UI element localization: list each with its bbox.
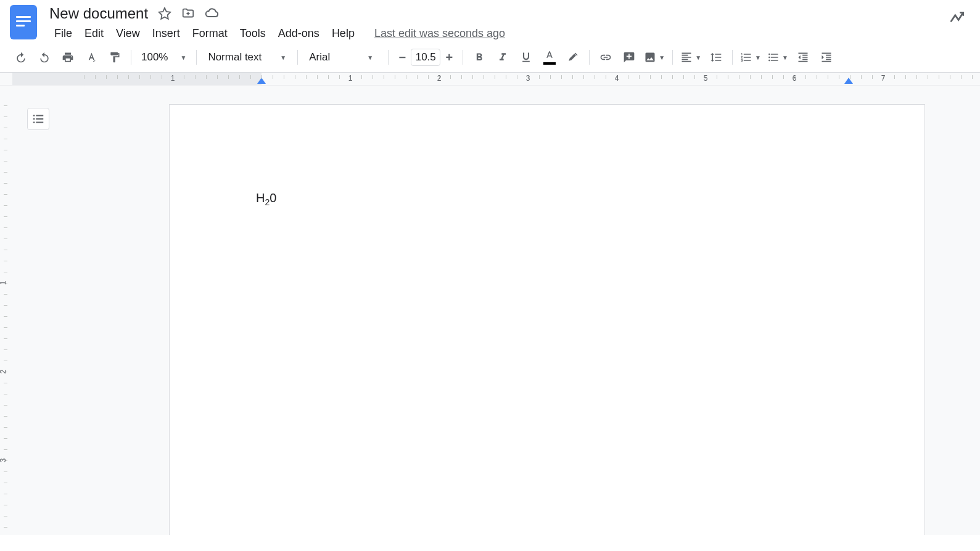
bulleted-list-button[interactable]: ▼ <box>765 46 791 68</box>
ruler-margin <box>12 73 261 85</box>
insert-link-button[interactable] <box>595 46 617 68</box>
toolbar-separator <box>388 50 389 65</box>
italic-button[interactable] <box>492 46 514 68</box>
horizontal-ruler[interactable]: 11234567 <box>0 73 980 86</box>
document-title[interactable]: New document <box>49 5 148 22</box>
toolbar-separator <box>672 50 673 65</box>
spellcheck-button[interactable] <box>80 46 102 68</box>
workspace: 123 H20 <box>0 86 980 535</box>
menu-file[interactable]: File <box>49 25 77 43</box>
vertical-ruler[interactable]: 123 <box>0 86 12 535</box>
chevron-down-icon: ▼ <box>755 54 761 61</box>
ruler-indent-marker-right[interactable] <box>844 78 853 84</box>
ruler-number: 2 <box>437 74 442 83</box>
zoom-select[interactable]: 100% ▼ <box>136 49 191 66</box>
activity-icon[interactable] <box>944 5 970 31</box>
toolbar-separator <box>196 50 197 65</box>
menu-addons[interactable]: Add-ons <box>273 25 324 43</box>
increase-font-size-button[interactable]: + <box>440 47 458 67</box>
add-comment-button[interactable] <box>618 46 640 68</box>
align-button[interactable]: ▼ <box>678 46 704 68</box>
toolbar-separator <box>131 50 131 65</box>
ruler-number: 1 <box>0 281 7 285</box>
docs-logo-icon[interactable] <box>10 5 37 39</box>
line-spacing-button[interactable] <box>705 46 727 68</box>
zoom-value: 100% <box>141 51 168 63</box>
print-button[interactable] <box>57 46 79 68</box>
insert-image-button[interactable]: ▼ <box>641 46 667 68</box>
underline-button[interactable] <box>515 46 537 68</box>
ruler-number: 2 <box>0 370 7 374</box>
menu-insert[interactable]: Insert <box>147 25 185 43</box>
star-icon[interactable] <box>158 7 171 20</box>
menu-format[interactable]: Format <box>187 25 233 43</box>
numbered-list-button[interactable]: ▼ <box>738 46 764 68</box>
menu-tools[interactable]: Tools <box>235 25 271 43</box>
last-edit-link[interactable]: Last edit was seconds ago <box>374 27 505 40</box>
toolbar-separator <box>732 50 733 65</box>
ruler-number: 6 <box>793 74 797 83</box>
paint-format-button[interactable] <box>104 46 126 68</box>
bold-button[interactable] <box>468 46 490 68</box>
toolbar-separator <box>463 50 463 65</box>
style-value: Normal text <box>208 51 261 63</box>
ruler-number: 3 <box>526 74 530 83</box>
outline-toggle-button[interactable] <box>27 108 49 130</box>
chevron-down-icon: ▼ <box>695 54 701 61</box>
chevron-down-icon: ▼ <box>367 54 373 61</box>
chevron-down-icon: ▼ <box>782 54 788 61</box>
text-run: 0 <box>270 191 276 205</box>
text-color-button[interactable] <box>538 46 561 68</box>
document-page[interactable]: H20 <box>169 104 925 535</box>
toolbar-separator <box>589 50 590 65</box>
text-color-swatch <box>543 62 556 65</box>
font-family-select[interactable]: Arial ▼ <box>303 49 383 66</box>
font-value: Arial <box>309 51 330 63</box>
chevron-down-icon: ▼ <box>659 54 665 61</box>
decrease-indent-button[interactable] <box>792 46 814 68</box>
document-content[interactable]: H20 <box>256 191 838 207</box>
undo-button[interactable] <box>10 46 32 68</box>
chevron-down-icon: ▼ <box>180 54 186 61</box>
decrease-font-size-button[interactable]: − <box>393 47 411 67</box>
menu-bar: File Edit View Insert Format Tools Add-o… <box>49 25 944 43</box>
ruler-number: 4 <box>615 74 619 83</box>
ruler-number: 1 <box>348 74 353 83</box>
toolbar-separator <box>297 50 298 65</box>
menu-help[interactable]: Help <box>327 25 360 43</box>
text-run: H <box>256 191 265 205</box>
menu-view[interactable]: View <box>111 25 145 43</box>
ruler-number: 3 <box>0 459 7 463</box>
highlight-color-button[interactable] <box>562 46 584 68</box>
ruler-number: 1 <box>171 74 175 83</box>
redo-button[interactable] <box>33 46 56 68</box>
move-icon[interactable] <box>181 7 195 20</box>
cloud-status-icon[interactable] <box>205 6 220 21</box>
ruler-number: 5 <box>704 74 708 83</box>
menu-edit[interactable]: Edit <box>80 25 109 43</box>
increase-indent-button[interactable] <box>815 46 838 68</box>
paragraph-style-select[interactable]: Normal text ▼ <box>202 49 292 66</box>
ruler-number: 7 <box>881 74 886 83</box>
chevron-down-icon: ▼ <box>280 54 286 61</box>
app-header: New document File Edit View Insert Forma… <box>0 0 980 43</box>
font-size-input[interactable] <box>411 49 440 66</box>
toolbar: 100% ▼ Normal text ▼ Arial ▼ − + <box>0 43 980 73</box>
